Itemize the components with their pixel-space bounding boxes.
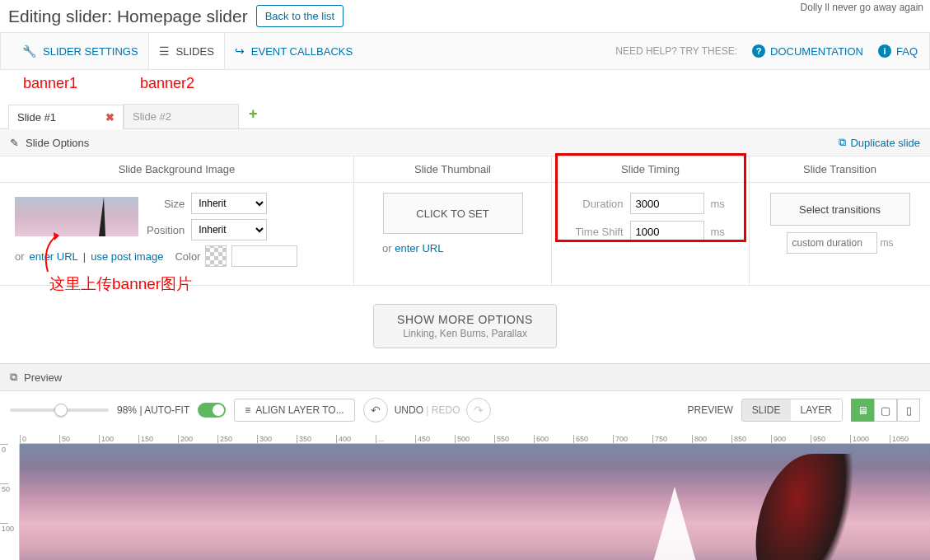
undo-label: UNDO [395, 404, 423, 416]
undo-button[interactable]: ↶ [363, 398, 388, 422]
mobile-icon: ▯ [906, 404, 912, 417]
slide-tab-label: Slide #1 [17, 111, 56, 124]
redo-icon: ↪ [235, 44, 245, 58]
undo-icon: ↶ [371, 404, 381, 417]
zoom-value: 98% [117, 404, 137, 416]
layers-icon: ☰ [159, 44, 170, 58]
copy-icon: ⧉ [839, 136, 846, 149]
preview-text: PREVIEW [688, 404, 733, 416]
ruler-vertical: 050100150 [0, 444, 20, 560]
separator: | [83, 250, 86, 263]
faq-link[interactable]: i FAQ [878, 44, 918, 58]
align-icon: ≡ [245, 404, 250, 416]
back-to-list-button[interactable]: Back to the list [256, 5, 344, 27]
size-label: Size [164, 198, 185, 210]
ms-unit: ms [711, 226, 731, 238]
info-icon: i [878, 44, 891, 58]
position-select[interactable]: Inherit [191, 219, 267, 240]
transition-header: Slide Transition [750, 156, 930, 183]
edit-icon: ✎ [10, 137, 19, 149]
help-text: FAQ [896, 45, 918, 58]
help-text: DOCUMENTATION [770, 45, 863, 58]
slide-tab-2[interactable]: Slide #2 [124, 104, 239, 128]
add-slide-button[interactable]: + [239, 100, 268, 128]
annotation-banner1: banner1 [23, 75, 77, 92]
canvas-image-sail [642, 487, 708, 560]
ms-unit: ms [711, 198, 731, 210]
tab-label: EVENT CALLBACKS [251, 45, 353, 58]
slide-options-label: Slide Options [26, 137, 89, 149]
preview-label: Preview [24, 371, 62, 384]
tab-slides[interactable]: ☰ SLIDES [148, 33, 225, 69]
tab-slider-settings[interactable]: 🔧 SLIDER SETTINGS [12, 33, 148, 69]
color-swatch[interactable] [205, 245, 227, 267]
redo-button[interactable]: ↷ [466, 398, 491, 422]
preview-canvas[interactable] [20, 444, 930, 560]
documentation-link[interactable]: ? DOCUMENTATION [752, 44, 863, 58]
or-text: or [382, 242, 392, 254]
tab-label: SLIDER SETTINGS [43, 45, 138, 58]
timeshift-label: Time Shift [571, 226, 624, 238]
help-label: NEED HELP? TRY THESE: [615, 45, 737, 57]
click-to-set-button[interactable]: CLICK TO SET [383, 193, 523, 234]
timing-header: Slide Timing [552, 156, 749, 183]
tablet-icon: ▢ [881, 404, 890, 417]
bg-image-thumb[interactable] [15, 197, 138, 236]
close-icon[interactable]: ✖ [105, 111, 114, 124]
color-label: Color [175, 250, 200, 263]
show-more-subtitle: Linking, Ken Burns, Parallax [397, 328, 533, 339]
tab-label: SLIDES [176, 45, 214, 58]
align-layer-button[interactable]: ≡ ALIGN LAYER TO... [234, 399, 354, 422]
autofit-label: AUTO-FIT [144, 404, 189, 416]
duration-label: Duration [571, 198, 624, 210]
autofit-toggle[interactable] [198, 403, 226, 418]
bg-header: Slide Background Image [0, 156, 353, 183]
ruler-horizontal: 050100150200250300350400...4505005506006… [20, 429, 930, 444]
annotation-upload-text: 这里上传banner图片 [49, 273, 192, 295]
page-title: Editing slider: Homepage slider [8, 7, 248, 26]
zoom-slider[interactable] [10, 408, 109, 412]
wrench-icon: 🔧 [22, 44, 36, 58]
select-transitions-button[interactable]: Select transitions [770, 193, 910, 226]
annotation-banner2: banner2 [140, 75, 194, 92]
slide-tab-1[interactable]: Slide #1 ✖ [8, 105, 124, 129]
show-more-title: SHOW MORE OPTIONS [397, 313, 533, 326]
redo-label: REDO [432, 404, 460, 416]
duplicate-label: Duplicate slide [850, 137, 920, 149]
thumb-header: Slide Thumbnail [354, 156, 551, 183]
show-more-options-button[interactable]: SHOW MORE OPTIONS Linking, Ken Burns, Pa… [373, 304, 557, 348]
dolly-text: Dolly ll never go away again [801, 2, 923, 13]
preview-layer-button[interactable]: LAYER [791, 399, 842, 421]
timeshift-input[interactable] [630, 221, 704, 242]
film-icon: ⧉ [10, 371, 17, 384]
question-icon: ? [752, 44, 765, 58]
zoom-slider-thumb[interactable] [54, 404, 68, 417]
duplicate-slide-link[interactable]: ⧉ Duplicate slide [839, 136, 920, 149]
redo-icon: ↷ [474, 404, 484, 417]
custom-duration-input[interactable] [787, 232, 877, 254]
duration-input[interactable] [630, 193, 704, 214]
desktop-icon: 🖥 [858, 404, 868, 417]
device-desktop-button[interactable]: 🖥 [851, 399, 874, 422]
align-label: ALIGN LAYER TO... [255, 404, 343, 416]
slide-tab-label: Slide #2 [133, 110, 171, 123]
color-input[interactable] [231, 245, 297, 267]
position-label: Position [147, 224, 185, 236]
preview-slide-button[interactable]: SLIDE [742, 399, 791, 421]
plus-icon: + [249, 105, 258, 123]
enter-url-link[interactable]: enter URL [30, 250, 78, 263]
thumb-enter-url-link[interactable]: enter URL [395, 242, 443, 254]
canvas-image-spinnaker [746, 454, 858, 560]
size-select[interactable]: Inherit [191, 193, 267, 214]
or-text: or [15, 250, 25, 263]
use-post-image-link[interactable]: use post image [91, 250, 163, 263]
tab-event-callbacks[interactable]: ↪ EVENT CALLBACKS [225, 33, 362, 69]
ms-unit: ms [881, 237, 894, 249]
device-mobile-button[interactable]: ▯ [897, 399, 920, 422]
device-tablet-button[interactable]: ▢ [874, 399, 897, 422]
